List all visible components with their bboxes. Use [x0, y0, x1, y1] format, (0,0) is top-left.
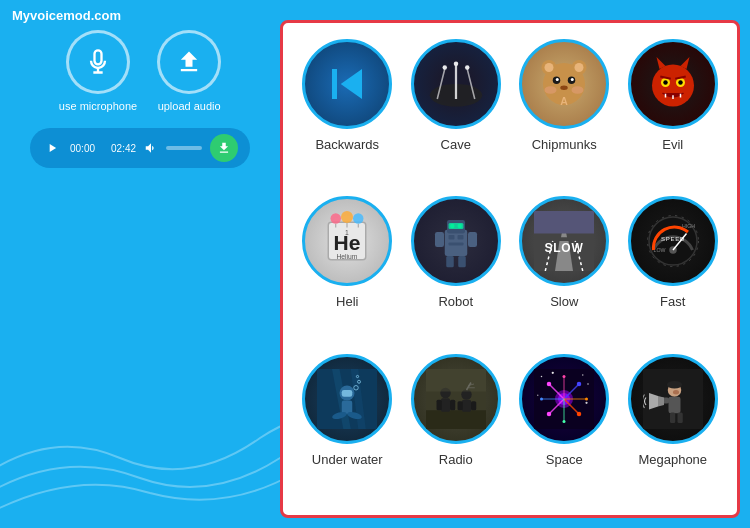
svg-point-17 — [545, 86, 557, 94]
effect-fast[interactable]: LOW HIGH SPEED Fast — [625, 196, 722, 341]
chipmunks-circle: A — [519, 39, 609, 129]
upload-button[interactable]: upload audio — [157, 30, 221, 112]
robot-label: Robot — [438, 294, 473, 309]
volume-track[interactable] — [166, 146, 202, 150]
cave-circle — [411, 39, 501, 129]
robot-circle — [411, 196, 501, 286]
effect-radio[interactable]: Radio — [408, 354, 505, 499]
heli-svg: 1 He Helium — [317, 211, 377, 271]
svg-point-110 — [547, 381, 552, 386]
heli-label: Heli — [336, 294, 358, 309]
megaphone-circle — [628, 354, 718, 444]
underwater-label: Under water — [312, 452, 383, 467]
svg-rect-60 — [534, 211, 594, 234]
play-button[interactable] — [42, 138, 62, 158]
effect-chipmunks[interactable]: A Chipmunks — [516, 39, 613, 184]
microphone-button[interactable]: use microphone — [59, 30, 137, 112]
svg-point-94 — [541, 375, 543, 377]
effect-heli[interactable]: 1 He Helium Heli — [299, 196, 396, 341]
effect-cave[interactable]: Cave — [408, 39, 505, 184]
upload-circle[interactable] — [157, 30, 221, 94]
svg-point-97 — [588, 383, 590, 385]
svg-point-99 — [586, 401, 588, 403]
svg-rect-92 — [426, 369, 486, 392]
fast-svg: LOW HIGH SPEED — [643, 211, 703, 271]
chipmunks-label: Chipmunks — [532, 137, 597, 152]
backwards-circle — [302, 39, 392, 129]
effect-backwards[interactable]: Backwards — [299, 39, 396, 184]
svg-text:Helium: Helium — [337, 253, 358, 260]
svg-rect-83 — [436, 399, 441, 410]
effect-megaphone[interactable]: Megaphone — [625, 354, 722, 499]
space-svg — [534, 369, 594, 429]
effect-slow[interactable]: SLOW Slow — [516, 196, 613, 341]
download-button[interactable] — [210, 134, 238, 162]
svg-point-127 — [667, 381, 682, 389]
effects-panel: Backwards Cave — [280, 20, 740, 518]
svg-rect-52 — [446, 256, 454, 267]
svg-point-114 — [540, 397, 543, 400]
time-total: 02:42 — [111, 143, 136, 154]
svg-rect-82 — [441, 398, 450, 412]
radio-label: Radio — [439, 452, 473, 467]
svg-point-18 — [572, 86, 584, 94]
effect-underwater[interactable]: Under water — [299, 354, 396, 499]
svg-point-5 — [454, 62, 459, 67]
effect-robot[interactable]: Robot — [408, 196, 505, 341]
fast-label: Fast — [660, 294, 685, 309]
svg-point-15 — [571, 78, 574, 81]
svg-rect-120 — [668, 396, 680, 413]
fast-circle: LOW HIGH SPEED — [628, 196, 718, 286]
svg-point-116 — [563, 375, 566, 378]
play-icon — [45, 141, 59, 155]
upload-icon — [175, 48, 203, 76]
radio-circle — [411, 354, 501, 444]
left-panel: use microphone upload audio 00:00 02:42 — [20, 30, 260, 168]
evil-svg — [643, 54, 703, 114]
cave-svg — [426, 54, 486, 114]
svg-point-37 — [341, 211, 353, 223]
svg-rect-49 — [448, 243, 463, 246]
svg-rect-86 — [462, 399, 471, 411]
svg-rect-88 — [471, 401, 476, 410]
svg-rect-72 — [342, 390, 353, 397]
chipmunks-svg: A — [534, 54, 594, 114]
heli-circle: 1 He Helium — [302, 196, 392, 286]
upload-label: upload audio — [158, 100, 221, 112]
megaphone-label: Megaphone — [638, 452, 707, 467]
svg-rect-84 — [450, 399, 455, 410]
space-label: Space — [546, 452, 583, 467]
underwater-svg — [317, 369, 377, 429]
input-buttons: use microphone upload audio — [59, 30, 221, 112]
underwater-circle — [302, 354, 392, 444]
svg-point-16 — [561, 86, 569, 91]
svg-point-14 — [556, 78, 559, 81]
svg-point-98 — [537, 394, 539, 396]
mic-circle[interactable] — [66, 30, 130, 94]
svg-rect-73 — [342, 400, 353, 414]
slow-label: Slow — [550, 294, 578, 309]
robot-svg — [426, 211, 486, 271]
svg-point-4 — [442, 65, 447, 70]
time-current: 00:00 — [70, 143, 95, 154]
svg-rect-47 — [448, 235, 454, 240]
svg-point-11 — [575, 63, 584, 72]
megaphone-svg — [643, 369, 703, 429]
svg-rect-87 — [457, 401, 462, 410]
svg-point-96 — [582, 374, 584, 376]
svg-text:A: A — [561, 95, 569, 107]
svg-point-117 — [563, 420, 566, 423]
site-url: Myvoicemod.com — [12, 8, 121, 23]
svg-point-115 — [585, 397, 588, 400]
svg-rect-124 — [670, 412, 675, 423]
svg-rect-48 — [457, 235, 463, 240]
effect-space[interactable]: Space — [516, 354, 613, 499]
svg-point-38 — [353, 214, 364, 225]
microphone-icon — [84, 48, 112, 76]
svg-point-46 — [457, 224, 462, 229]
evil-circle — [628, 39, 718, 129]
effect-evil[interactable]: Evil — [625, 39, 722, 184]
svg-point-95 — [552, 371, 554, 373]
svg-rect-50 — [435, 232, 444, 247]
svg-rect-51 — [468, 232, 477, 247]
